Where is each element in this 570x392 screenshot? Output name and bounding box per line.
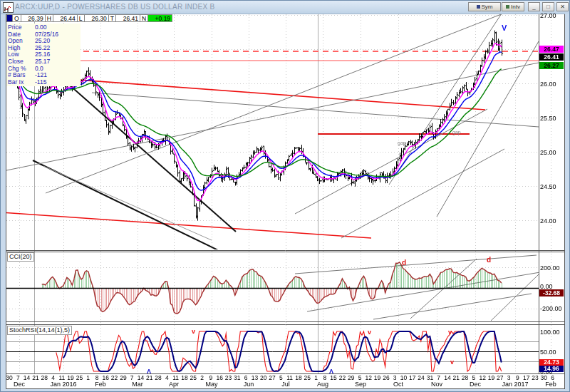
annotation-v: v [368, 329, 371, 336]
date-tick: 25 [190, 374, 197, 381]
date-tick: 18 [295, 374, 301, 381]
month-label: Mar [132, 381, 143, 388]
date-tick: 29 [120, 374, 126, 381]
date-tick: 14 [444, 374, 450, 381]
date-tick: 29 [348, 374, 354, 381]
data-box-value: -115 [35, 79, 46, 86]
annotation-gap: gap [452, 130, 461, 135]
minimize-button[interactable]: _ [528, 2, 540, 11]
month-label: Dec [470, 381, 481, 388]
annotation-d: d [487, 256, 491, 264]
month-label: Jun [244, 381, 254, 388]
price-axis-label: 25.00 [540, 149, 556, 156]
date-tick: 28 [155, 374, 161, 381]
last-price-badge: 26.47 [539, 46, 564, 53]
cci-axis-label: 200.00 [540, 264, 560, 272]
month-label: May [205, 381, 217, 388]
intv-icon [506, 5, 509, 9]
annotation-d: d [402, 259, 406, 267]
annotation-v: V [502, 24, 507, 32]
month-label: Feb [95, 381, 106, 388]
quote-lead-swatch [6, 14, 13, 22]
month-label: Dec [14, 381, 25, 388]
date-tick: 24 [418, 374, 424, 381]
cci-axis-label: -200.00 [540, 305, 562, 312]
maximize-button[interactable]: □ [542, 2, 554, 11]
close-button[interactable]: ✕ [556, 2, 569, 11]
cursor-data-box: Price0.00Date07/25/16Open25.20High25.22L… [6, 24, 81, 86]
title-bar[interactable]: ARCX:UUP,D - POWERSHARES DB US DOLLAR IN… [1, 1, 570, 14]
app-window: ARCX:UUP,D - POWERSHARES DB US DOLLAR IN… [0, 0, 570, 392]
cci-panel-label: CCI(20) [7, 252, 34, 262]
annotation-v: v [448, 329, 452, 336]
date-tick: 30 [6, 374, 12, 381]
annotation-gap: gap [398, 140, 406, 145]
date-tick: 25 [304, 374, 310, 381]
month-label: Jul [281, 381, 290, 388]
sym-icon [477, 5, 480, 9]
date-tick: 21 [32, 374, 38, 381]
date-tick: 17 [409, 374, 415, 381]
date-tick: 21 [453, 374, 460, 381]
date-tick: 19 [488, 374, 494, 381]
cci-value-badge: -32.68 [539, 289, 564, 296]
window-title: ARCX:UUP,D - POWERSHARES DB US DOLLAR IN… [15, 3, 215, 11]
price-axis-label: 24.50 [540, 183, 556, 190]
window-right-edge [565, 14, 570, 389]
date-tick: 28 [41, 374, 47, 381]
stoch-value-badge: 14.96 [539, 366, 564, 372]
sym-button[interactable]: Sym [468, 2, 501, 11]
month-label: Jan 2016 [50, 381, 76, 388]
quote-field-label: N [140, 14, 148, 22]
price-axis-label: 24.00 [540, 217, 556, 225]
quote-field-label: H [46, 14, 53, 22]
month-label: Aug [317, 381, 328, 388]
last-price-badge: 26.27 [539, 62, 564, 69]
date-tick: 15 [330, 374, 336, 381]
data-box-row: Bar Ix-115 [8, 79, 79, 86]
quote-field-value: +0.19 [148, 14, 172, 22]
quote-field-label: O [13, 14, 21, 22]
date-tick: 23 [532, 374, 538, 381]
price-axis-label: 27.00 [540, 12, 556, 19]
date-tick: 21 [146, 374, 152, 381]
quote-field-label: T [109, 14, 116, 22]
price-axis-label: 26.00 [540, 81, 556, 88]
intv-button[interactable]: Intv [502, 2, 524, 11]
date-tick: 27 [269, 374, 275, 381]
app-icon [3, 2, 14, 13]
stoch-axis-label: 50.00 [540, 349, 556, 356]
quote-field-value: 26.30 [85, 14, 109, 22]
last-price-badge: 26.41 [539, 53, 564, 61]
price-axis-label: 25.50 [540, 115, 556, 122]
date-tick: 2 [200, 374, 204, 381]
date-tick: 23 [225, 374, 232, 381]
date-tick: 26 [383, 374, 389, 381]
month-label: Nov [431, 381, 442, 388]
date-tick: 1 [86, 374, 90, 381]
month-label: Apr [169, 381, 179, 388]
date-tick: 20 [260, 374, 266, 381]
date-tick: 22 [339, 374, 346, 381]
quote-field-value: 26.39 [21, 14, 46, 22]
annotation-v: v [450, 359, 454, 366]
month-label: Sep [355, 381, 366, 388]
stoch-axis-label: 100.00 [540, 329, 560, 336]
data-box-label: Bar Ix [8, 79, 35, 86]
date-tick: 19 [374, 374, 380, 381]
window-bottom-edge [1, 389, 570, 392]
chart-canvas[interactable] [1, 1, 570, 392]
date-tick: 18 [181, 374, 187, 381]
date-tick: 25 [76, 374, 83, 381]
quote-field-value: 26.41 [116, 14, 140, 22]
stochrsi-panel-label: StochRSI(14,14(1),5) [7, 326, 72, 335]
quote-field-label: L [78, 14, 85, 22]
month-label: Feb [545, 381, 556, 388]
date-tick: 28 [462, 374, 468, 381]
date-tick: 22 [111, 374, 118, 381]
quote-field-value: 26.44 [53, 14, 78, 22]
annotation-v: v [192, 328, 195, 335]
month-label: Oct [393, 381, 403, 388]
date-tick: 31 [234, 374, 240, 381]
month-label: Jan 2017 [502, 381, 528, 388]
